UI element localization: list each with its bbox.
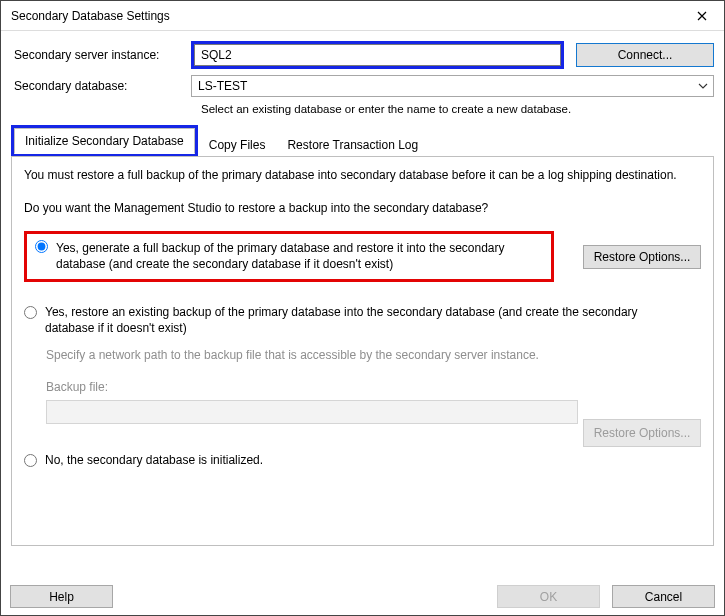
tab-strip: Initialize Secondary Database Copy Files… — [11, 125, 714, 157]
tab-initialize[interactable]: Initialize Secondary Database — [14, 128, 195, 154]
panel-question-text: Do you want the Management Studio to res… — [24, 201, 701, 215]
server-instance-input[interactable] — [194, 44, 561, 66]
database-label: Secondary database: — [11, 79, 191, 93]
option3-label: No, the secondary database is initialize… — [45, 452, 701, 468]
tab-copy-files[interactable]: Copy Files — [198, 132, 277, 157]
database-combo[interactable] — [191, 75, 714, 97]
backup-file-label: Backup file: — [46, 380, 701, 394]
restore-options-button[interactable]: Restore Options... — [583, 245, 701, 269]
option2-label: Yes, restore an existing backup of the p… — [45, 304, 664, 336]
option1-label: Yes, generate a full backup of the prima… — [56, 240, 543, 272]
option2-radio[interactable] — [24, 306, 37, 319]
help-button[interactable]: Help — [10, 585, 113, 608]
backup-file-input — [46, 400, 578, 424]
connect-button[interactable]: Connect... — [576, 43, 714, 67]
server-instance-label: Secondary server instance: — [11, 48, 191, 62]
option3-row: No, the secondary database is initialize… — [24, 452, 701, 468]
database-hint: Select an existing database or enter the… — [201, 103, 714, 115]
footer-bar: Help OK Cancel — [10, 585, 715, 608]
option2-subblock: Specify a network path to the backup fil… — [46, 348, 701, 424]
close-button[interactable] — [680, 1, 724, 31]
tab-panel-initialize: You must restore a full backup of the pr… — [11, 156, 714, 546]
tab-init-highlight: Initialize Secondary Database — [11, 125, 198, 157]
chevron-down-icon[interactable] — [693, 76, 713, 96]
cancel-button[interactable]: Cancel — [612, 585, 715, 608]
restore-options-button-disabled: Restore Options... — [583, 419, 701, 447]
option3-radio[interactable] — [24, 454, 37, 467]
window-title: Secondary Database Settings — [11, 9, 170, 23]
panel-intro-text: You must restore a full backup of the pr… — [24, 167, 701, 183]
database-row: Secondary database: — [11, 75, 714, 97]
option2-row: Yes, restore an existing backup of the p… — [24, 304, 664, 336]
title-bar: Secondary Database Settings — [1, 1, 724, 31]
backup-path-hint: Specify a network path to the backup fil… — [46, 348, 701, 362]
tab-restore-log[interactable]: Restore Transaction Log — [276, 132, 429, 157]
content-area: Secondary server instance: Connect... Se… — [1, 31, 724, 552]
option1-radio[interactable] — [35, 240, 48, 253]
ok-button: OK — [497, 585, 600, 608]
close-icon — [697, 11, 707, 21]
server-instance-row: Secondary server instance: Connect... — [11, 41, 714, 69]
option1-highlight: Yes, generate a full backup of the prima… — [24, 231, 554, 281]
server-instance-highlight — [191, 41, 564, 69]
database-input[interactable] — [191, 75, 714, 97]
